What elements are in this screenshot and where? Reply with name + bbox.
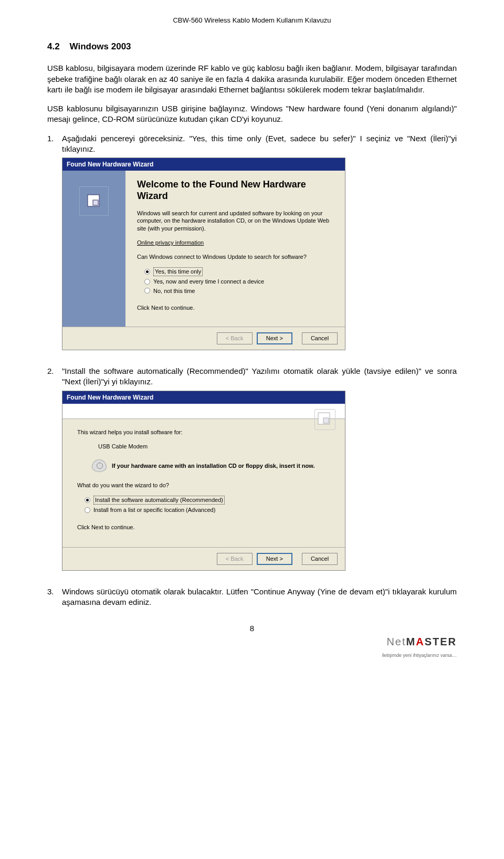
radio-option-list[interactable]: Install from a list or specific location… xyxy=(85,506,330,514)
section-heading: 4.2 Windows 2003 xyxy=(47,41,457,53)
step-2: 2. "Install the software automatically (… xyxy=(47,366,457,387)
radio-option-1[interactable]: Yes, this time only xyxy=(144,267,333,276)
next-button[interactable]: Next > xyxy=(257,332,292,344)
step-2-number: 2. xyxy=(47,366,54,376)
hardware-icon xyxy=(79,186,109,216)
wizard-1-heading: Welcome to the Found New Hardware Wizard xyxy=(137,179,333,202)
section-name: Windows 2003 xyxy=(70,41,131,51)
svg-rect-3 xyxy=(323,418,329,423)
cd-icon xyxy=(92,459,107,472)
brand-net: Net xyxy=(386,636,406,647)
paragraph-2: USB kablosunu bilgisayarınızın USB giriş… xyxy=(47,103,457,125)
step-3: 3. Windows sürücüyü otomatik olarak bula… xyxy=(47,586,457,608)
radio-label-2: Yes, now and every time I connect a devi… xyxy=(153,278,264,286)
cancel-button[interactable]: Cancel xyxy=(302,553,338,565)
radio-icon xyxy=(144,288,150,294)
step-1-number: 1. xyxy=(47,133,54,144)
brand-tagline: iletişimde yeni ihtiyaçlarınız varsa… xyxy=(382,653,457,658)
svg-rect-1 xyxy=(93,200,98,205)
privacy-link[interactable]: Online privacy information xyxy=(137,239,333,247)
radio-icon xyxy=(144,269,150,275)
brand-a: A xyxy=(416,636,424,647)
step-1-text: Aşağıdaki pencereyi göreceksiniz. "Yes, … xyxy=(62,134,457,153)
hardware-icon xyxy=(314,409,335,430)
step-1: 1. Aşağıdaki pencereyi göreceksiniz. "Ye… xyxy=(47,133,457,155)
wizard-1: Found New Hardware Wizard Welcome to the… xyxy=(62,158,345,350)
wizard-2-cdmsg: If your hardware came with an installati… xyxy=(112,462,315,469)
footer-brand: NetMASTER iletişimde yeni ihtiyaçlarınız… xyxy=(47,635,457,659)
next-button[interactable]: Next > xyxy=(257,553,292,565)
back-button: < Back xyxy=(217,332,253,344)
wizard-2-device: USB Cable Modem xyxy=(98,443,330,451)
document-header: CBW-560 Wireless Kablo Modem Kullanım Kı… xyxy=(47,16,457,25)
brand-ster: STER xyxy=(425,636,457,647)
radio-label-auto: Install the software automatically (Reco… xyxy=(93,496,225,505)
step-3-text: Windows sürücüyü otomatik olarak bulacak… xyxy=(62,587,457,606)
wizard-2: Found New Hardware Wizard This wizard he… xyxy=(62,391,345,571)
back-button: < Back xyxy=(217,553,253,565)
radio-icon xyxy=(85,497,90,503)
wizard-1-sidebar xyxy=(62,171,125,327)
wizard-2-titlebar: Found New Hardware Wizard xyxy=(62,391,345,404)
radio-option-2[interactable]: Yes, now and every time I connect a devi… xyxy=(144,278,333,286)
radio-icon xyxy=(85,507,90,513)
radio-icon xyxy=(144,279,150,285)
wizard-2-help: This wizard helps you install software f… xyxy=(77,428,330,436)
wizard-2-ask: What do you want the wizard to do? xyxy=(77,481,330,489)
step-3-number: 3. xyxy=(47,586,54,597)
radio-label-3: No, not this time xyxy=(153,287,195,295)
cancel-button[interactable]: Cancel xyxy=(302,332,338,344)
radio-option-auto[interactable]: Install the software automatically (Reco… xyxy=(85,496,330,505)
page-number: 8 xyxy=(47,623,457,634)
section-number: 4.2 xyxy=(47,41,60,51)
step-2-text: "Install the software automatically (Rec… xyxy=(62,366,457,386)
brand-m: M xyxy=(406,636,416,647)
wizard-1-continue: Click Next to continue. xyxy=(137,304,333,312)
wizard-1-titlebar: Found New Hardware Wizard xyxy=(62,158,345,171)
radio-label-1: Yes, this time only xyxy=(153,267,203,276)
wizard-1-body1: Windows will search for current and upda… xyxy=(137,209,333,233)
radio-option-3[interactable]: No, not this time xyxy=(144,287,333,295)
paragraph-1: USB kablosu, bilgisayara modem üzerinde … xyxy=(47,63,457,95)
wizard-1-body2: Can Windows connect to Windows Update to… xyxy=(137,253,333,261)
wizard-2-continue: Click Next to continue. xyxy=(77,523,330,531)
radio-label-list: Install from a list or specific location… xyxy=(93,506,215,514)
